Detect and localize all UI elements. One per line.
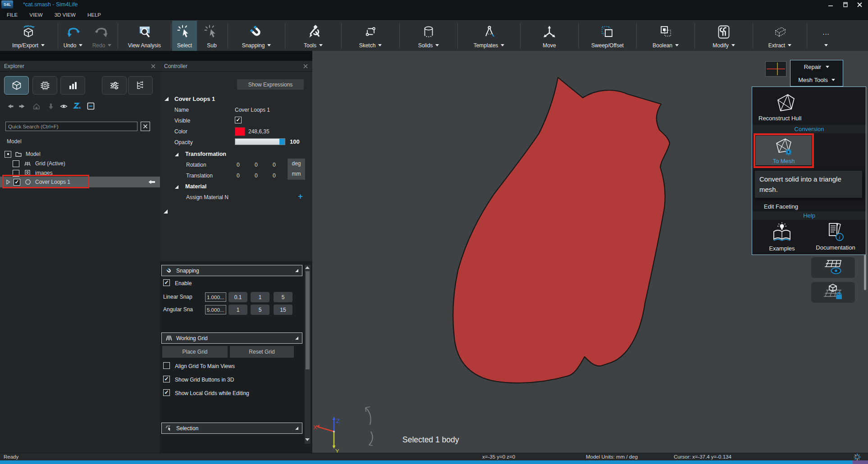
examples-item[interactable]: Examples [758,222,805,252]
search-input[interactable] [5,122,137,131]
menu-help[interactable]: HELP [82,12,107,18]
angular-preset-3[interactable]: 15 [274,305,292,315]
linear-preset-1[interactable]: 0.1 [228,292,247,302]
repair-dropdown[interactable]: Repair [790,60,843,73]
scrollbar-thumb[interactable] [306,271,310,369]
checkbox-unchecked[interactable] [13,170,19,177]
tree-row-grid[interactable]: Grid (Active) [0,159,160,168]
toolbar-imp-export[interactable]: Imp/Export [0,21,57,51]
translation-y[interactable]: 0 [255,173,258,179]
opacity-slider[interactable] [235,138,285,145]
collapse-icon[interactable] [295,427,298,430]
show-local-grids-checkbox[interactable]: ✓ [163,389,170,396]
tab-hierarchy-view[interactable] [128,76,153,95]
selection-panel-header[interactable]: Selection [161,423,302,434]
view-quadrant-icon[interactable] [765,61,786,77]
color-swatch[interactable] [235,127,245,136]
toolbar-snapping[interactable]: Snapping [229,21,284,51]
scroll-up-icon[interactable] [305,266,310,269]
snapping-enable-checkbox[interactable]: ✓ [163,279,170,286]
tab-simulation-view[interactable] [32,76,57,95]
grid-lock-button[interactable] [811,282,855,303]
documentation-item[interactable]: i Documentation [806,221,865,251]
toolbar-view-analysis[interactable]: View Analysis [119,21,170,51]
nav-forward-icon[interactable] [18,102,26,110]
tab-analysis-view[interactable] [60,76,85,95]
clear-search-button[interactable] [141,122,150,131]
toolbar-tools[interactable]: Tools [286,21,340,51]
scroll-down-icon[interactable] [305,438,310,441]
linear-preset-3[interactable]: 5 [274,292,292,302]
toolbar-solids[interactable]: Solids [401,21,457,51]
rotation-z[interactable]: 0 [273,162,276,168]
close-icon[interactable] [303,64,308,69]
show-grid-buttons-checkbox[interactable]: ✓ [163,376,170,382]
slider-handle[interactable] [279,139,285,145]
working-grid-panel-header[interactable]: Working Grid [161,332,302,344]
edit-faceting-item[interactable]: Edit Faceting [764,203,798,210]
add-material-icon[interactable]: + [298,191,303,201]
dock-arrow-icon[interactable] [148,179,155,185]
toolbar-sweep-offset[interactable]: Sweep/Offset [580,21,635,51]
tree-row-images[interactable]: images [0,168,160,177]
tree-row-cover-loops[interactable]: ✓ Cover Loops 1 [0,177,160,187]
menu-view[interactable]: VIEW [23,12,48,18]
name-value[interactable]: Cover Loops 1 [235,107,270,113]
toolbar-move[interactable]: Move [521,21,577,51]
tab-model-view[interactable] [4,76,29,95]
home-icon[interactable] [32,102,41,110]
mesh-tools-dropdown[interactable]: Mesh Tools [790,73,843,86]
tab-filter-options[interactable] [102,76,127,95]
toolbar-more[interactable]: ... [808,21,844,51]
menu-3d-view[interactable]: 3D VIEW [49,12,82,18]
translation-z[interactable]: 0 [273,173,276,179]
checkbox-unchecked[interactable] [13,160,19,167]
toolbar-sub[interactable]: Sub [197,21,227,51]
nav-back-icon[interactable] [6,102,14,110]
angular-preset-1[interactable]: 1 [228,305,247,315]
toolbar-modify[interactable]: Modify [696,21,752,51]
rotation-y[interactable]: 0 [255,162,258,168]
close-icon[interactable] [857,2,863,8]
to-mesh-item[interactable]: To Mesh [756,136,812,165]
grid-visibility-button[interactable] [811,257,855,278]
show-expressions-button[interactable]: Show Expressions [237,79,304,90]
goto-down-icon[interactable] [47,102,55,110]
reset-grid-button[interactable]: Reset Grid [230,346,294,358]
collapse-icon[interactable] [295,337,298,340]
zoom-to-icon[interactable] [73,101,82,110]
group-expander-icon[interactable] [164,209,168,214]
align-grid-checkbox[interactable] [163,362,170,369]
right-scrollbar[interactable] [864,255,866,290]
angular-preset-2[interactable]: 5 [251,305,270,315]
expander-box[interactable] [5,151,11,158]
reconstruct-hull-label[interactable]: Reconstruct Hull [758,115,801,122]
toolbar-extract[interactable]: Extract [754,21,806,51]
toolbar-sketch[interactable]: Sketch [343,21,398,51]
minimize-icon[interactable] [828,2,833,7]
checkbox-checked[interactable]: ✓ [14,179,20,186]
group-expander-icon[interactable] [164,97,169,101]
reconstruct-hull-item[interactable] [752,92,820,114]
rotation-x[interactable]: 0 [237,162,240,168]
angular-snap-input[interactable] [205,305,226,314]
tree-row-model[interactable]: Model [0,150,160,159]
visibility-eye-icon[interactable] [59,102,68,110]
toolbar-select[interactable]: Select [172,21,197,51]
toolbar-templates[interactable]: Templates [459,21,519,51]
maximize-icon[interactable] [842,2,848,7]
menu-file[interactable]: FILE [1,12,23,18]
collapse-icon[interactable] [295,269,298,272]
place-grid-button[interactable]: Place Grid [162,346,228,358]
translation-x[interactable]: 0 [237,173,240,179]
toolbar-redo[interactable]: Redo [87,21,117,51]
toolbar-boolean[interactable]: Boolean [638,21,694,51]
section-expander-icon[interactable] [175,185,178,189]
expand-triangle-icon[interactable] [5,179,11,185]
visible-checkbox[interactable]: ✓ [235,117,242,123]
linear-preset-2[interactable]: 1 [251,292,270,302]
linear-snap-input[interactable] [205,292,226,302]
collapse-all-icon[interactable] [87,102,95,110]
toolbar-undo[interactable]: Undo [59,21,87,51]
snapping-panel-header[interactable]: Snapping [161,265,302,276]
